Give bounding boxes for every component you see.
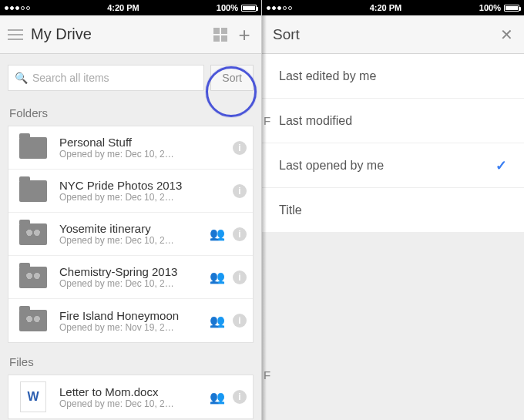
status-bar: 4:20 PM 100% (0, 0, 261, 15)
shared-icon: 👥 (210, 390, 225, 405)
item-sub: Opened by me: Dec 10, 2… (59, 235, 202, 246)
battery-indicator: 100% (479, 3, 519, 12)
sort-sheet-pane: F F 4:20 PM 100% Sort ✕ Last edited by m… (262, 0, 524, 420)
signal-dots-icon (267, 6, 292, 10)
item-sub: Opened by me: Dec 10, 2… (59, 278, 202, 289)
section-folders: Folders (0, 102, 261, 124)
file-row[interactable]: WLetter to Mom.docxOpened by me: Dec 10,… (8, 375, 253, 418)
info-icon[interactable]: i (233, 227, 247, 241)
item-sub: Opened by me: Dec 10, 2… (59, 192, 225, 203)
folder-row[interactable]: Personal StuffOpened by me: Dec 10, 2…i (8, 126, 253, 170)
folder-row[interactable]: NYC Pride Photos 2013Opened by me: Dec 1… (8, 170, 253, 213)
item-name: Fire Island Honeymoon (59, 309, 202, 322)
shared-icon: 👥 (210, 314, 225, 328)
view-grid-icon[interactable] (213, 28, 227, 42)
battery-icon (504, 5, 519, 12)
item-name: NYC Pride Photos 2013 (59, 179, 225, 192)
status-time: 4:20 PM (107, 3, 139, 12)
sort-option[interactable]: Last opened by me✓ (262, 143, 524, 188)
folder-icon (15, 305, 52, 336)
sort-option-label: Last edited by me (279, 69, 376, 83)
peek-folders: F (262, 114, 273, 127)
sort-option[interactable]: Last edited by me (262, 54, 524, 99)
sort-option-label: Last modified (279, 114, 352, 128)
item-sub: Opened by me: Dec 10, 2… (59, 149, 225, 160)
check-icon: ✓ (495, 157, 507, 174)
sort-options: Last edited by meLast modifiedLast opene… (262, 54, 524, 233)
search-box[interactable]: 🔍 (8, 65, 204, 91)
close-icon[interactable]: ✕ (500, 25, 513, 44)
folder-row[interactable]: Chemistry-Spring 2013Opened by me: Dec 1… (8, 256, 253, 299)
item-name: Chemistry-Spring 2013 (59, 265, 202, 278)
info-icon[interactable]: i (233, 314, 247, 328)
drive-pane: 4:20 PM 100% My Drive + 🔍 Sort Folders P… (0, 0, 262, 420)
info-icon[interactable]: i (233, 184, 247, 198)
sort-option[interactable]: Last modified (262, 99, 524, 143)
sort-option-label: Last opened by me (279, 159, 384, 173)
folder-icon (15, 176, 52, 207)
info-icon[interactable]: i (233, 390, 247, 404)
sort-title: Sort (273, 26, 500, 43)
folder-row[interactable]: Yosemite itineraryOpened by me: Dec 10, … (8, 213, 253, 256)
item-sub: Opened by me: Nov 19, 2… (59, 322, 202, 333)
file-list: WLetter to Mom.docxOpened by me: Dec 10,… (8, 375, 254, 419)
sort-button[interactable]: Sort (210, 65, 254, 91)
sort-option[interactable]: Title (262, 188, 524, 233)
page-title: My Drive (31, 25, 206, 43)
sort-option-label: Title (279, 203, 302, 217)
status-time: 4:20 PM (370, 3, 402, 12)
docx-icon: W (15, 381, 52, 412)
signal-dots-icon (5, 6, 30, 10)
battery-indicator: 100% (217, 3, 257, 12)
section-files: Files (0, 351, 261, 373)
info-icon[interactable]: i (233, 270, 247, 284)
shared-icon: 👥 (210, 270, 225, 284)
folder-list: Personal StuffOpened by me: Dec 10, 2…iN… (8, 126, 254, 343)
shared-icon: 👥 (210, 227, 225, 241)
folder-icon (15, 262, 52, 293)
folder-icon (15, 219, 52, 250)
app-header: My Drive + (0, 15, 261, 54)
search-input[interactable] (32, 72, 197, 84)
search-row: 🔍 Sort (0, 54, 261, 102)
item-name: Personal Stuff (59, 136, 225, 149)
folder-icon (15, 133, 52, 163)
folder-row[interactable]: Fire Island HoneymoonOpened by me: Nov 1… (8, 299, 253, 342)
add-button[interactable]: + (235, 25, 254, 45)
menu-icon[interactable] (8, 29, 23, 40)
battery-icon (241, 5, 257, 12)
sort-header: Sort ✕ (262, 15, 524, 54)
info-icon[interactable]: i (233, 141, 247, 155)
search-icon: 🔍 (15, 72, 28, 84)
status-bar: 4:20 PM 100% (262, 0, 524, 15)
item-name: Letter to Mom.docx (59, 385, 202, 398)
item-name: Yosemite itinerary (59, 222, 202, 235)
peek-files: F (262, 368, 273, 381)
item-sub: Opened by me: Dec 10, 2… (59, 398, 202, 409)
